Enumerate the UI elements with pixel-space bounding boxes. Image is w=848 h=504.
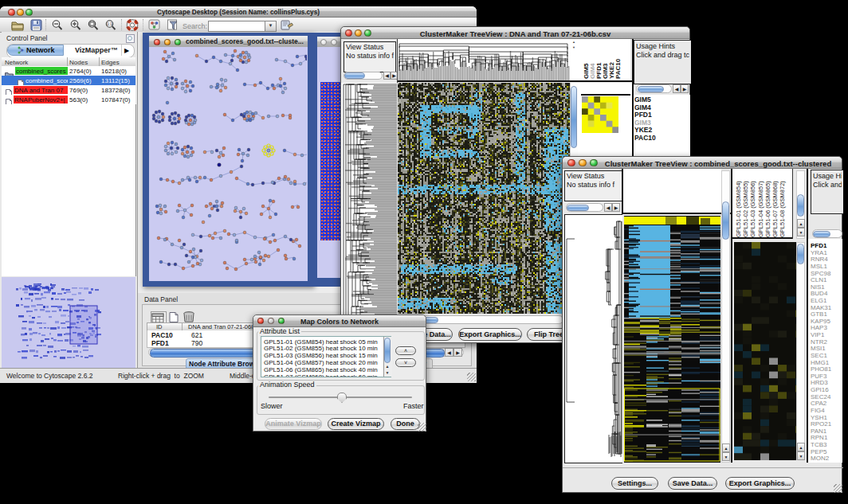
svg-text:1:1: 1:1 <box>107 21 112 26</box>
